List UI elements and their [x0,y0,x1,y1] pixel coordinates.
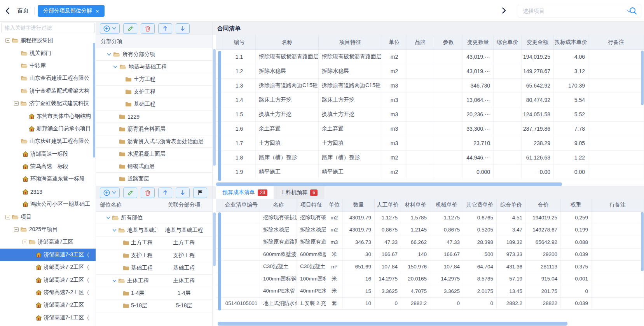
table-row[interactable]: 挖除现有破损沥青路面层挖除现有破损沥青路面层m243019.791.12751.… [216,212,644,224]
division-tree-row[interactable]: 基础工程 [96,98,212,110]
sidebar-item[interactable]: 荣乌高速一标段 [0,160,96,173]
expander-icon[interactable] [5,38,10,43]
sidebar-item[interactable]: 济邹高速7-2工区（ [0,273,96,286]
move-down-button[interactable] [176,23,190,34]
parts-scrollbar[interactable] [213,212,216,266]
division-tree-row[interactable]: 水泥混凝土面层 [96,148,212,160]
table-row[interactable]: 1.5换填土方开挖换填土方开挖m320,236.⋯124,051.585.52 [216,107,644,122]
sidebar-item[interactable]: 山东庆虹建筑工程有限公 [0,135,96,147]
tab-budget-cost-list[interactable]: 预算成本清单23 [216,186,274,199]
add-button[interactable] [100,23,120,34]
table-row[interactable]: 1.4路床土方开挖路床土方开挖m313,064.⋯80,474.925.54 [216,93,644,107]
budget-left-scrollbar[interactable] [218,212,221,310]
parts-row[interactable]: 5-18层5-18层 [96,300,212,312]
table-row[interactable]: 1.3拆除原有道路两边C15砼拆除原有道路两边C15砼m3346.73065,6… [216,79,644,93]
sidebar-item[interactable]: 2025年项目 [0,223,96,236]
sidebar-item[interactable]: 2313 [0,186,96,198]
sidebar-item[interactable]: 环渤海高速东营一标段 [0,173,96,185]
division-scrollbar[interactable] [213,49,216,166]
sidebar-item[interactable]: 济邹高速7工区 [0,236,96,248]
sidebar-item[interactable]: 济邹高速一标段 [0,148,96,160]
parts-row[interactable]: 主体工程主体工程 [96,275,212,287]
contract-vscrollbar[interactable] [641,51,644,105]
sidebar-item[interactable]: 鸿庆公司小区一期基础工 [0,198,96,210]
cell: 238.29 [522,136,554,150]
expander-icon[interactable] [14,227,19,232]
parts-row[interactable]: 地基与基础工程地基与基础工程 [96,224,212,237]
edit-button[interactable] [123,188,137,198]
column-header: 名称 [260,199,297,211]
sidebar-item[interactable]: 山东金石建设工程有限公 [0,72,96,84]
division-tree-row[interactable]: 所有分部分项 [96,48,212,61]
sidebar-item[interactable]: 济邹高速7-2工区（ [0,261,96,273]
division-tree-row[interactable]: 土方工程 [96,73,212,86]
table-row[interactable]: 100mm国标钢管100mm国标钢管米1614.297520.016514.29… [216,273,644,286]
tab-active[interactable]: 分部分项及部位分解 × [38,5,105,17]
delete-button[interactable] [141,188,155,198]
close-icon[interactable]: × [96,8,99,14]
tab-labor-material-budget[interactable]: 工料机预算6 [274,186,324,199]
expander-icon[interactable] [5,215,10,219]
division-tree-row[interactable]: 铺砌式面层 [96,160,212,173]
arrow-down-icon [180,190,185,195]
budget-vscrollbar[interactable] [641,212,644,271]
table-row[interactable]: 1.9精平施工精平施工m20.0000.000.00 [216,165,644,179]
edit-button[interactable] [123,23,137,34]
table-row[interactable]: 1.7土方回填土方回填m323.710238.299.05 [216,136,644,151]
sidebar-item[interactable]: 机关部门 [0,47,96,59]
sidebar-item[interactable]: 项目 [0,210,96,223]
sidebar-item[interactable]: 济邹高速7-1工区（ [0,312,96,324]
sidebar-item[interactable]: 济邹高速7-2工区 [0,299,96,311]
sidebar-item[interactable]: 济宁金桥装配式桥梁大构 [0,85,96,97]
division-tree-row[interactable]: 沥青混合料面层 [96,123,212,135]
sidebar-item[interactable]: 济邹高速7-3工区（ [0,249,96,261]
sidebar-item[interactable]: 中转库 [0,60,96,72]
back-icon[interactable] [5,7,10,14]
table-row[interactable]: C30混凝土C30混凝土m³651.69107.84150.976107.846… [216,261,644,273]
table-row[interactable]: 05140105001地上式消防水泵1.安装 2.充套1002882.20028… [216,298,644,310]
table-row[interactable]: 600mm双壁波纹管600mm双壁波纹管米30166.67140166.6750… [216,249,644,261]
move-up-button[interactable] [158,188,172,198]
division-tree-row[interactable]: 地基与基础工程 [96,61,212,73]
table-row[interactable]: 拆除原有道路两边C15砼拆除原有道路两边C15砼m3346.7347.3366.… [216,236,644,249]
table-row[interactable]: 40mmPE水管40mmPE水管米153.36254.70753.36252.0… [216,285,644,298]
sidebar-item[interactable]: 济邹高速7-2工区（ [0,286,96,299]
table-row[interactable]: 拆除水稳层拆除水稳层m243019.790.86751.21450.86750.… [216,224,644,237]
sidebar-item[interactable]: 鹏程控股集团 [0,34,96,47]
project-select[interactable] [518,4,641,18]
project-select-input[interactable] [523,8,627,14]
table-row[interactable]: 1.1挖除现有破损沥青路面层挖除现有破损沥青路面层m243,019.⋯194,0… [216,50,644,64]
budget-hscrollbar[interactable] [218,322,567,326]
home-link[interactable]: 首页 [17,7,29,14]
table-row[interactable]: 1.6余土弃置余土弃置m333,300.⋯287,719.867.78 [216,122,644,136]
contract-left-scrollbar[interactable] [218,51,221,181]
division-tree-row[interactable]: 道路面层 [96,173,212,185]
parts-row[interactable]: 基础工程基础工程 [96,262,212,275]
delete-button[interactable] [141,23,155,34]
sidebar-scrollbar[interactable] [93,43,95,158]
expander-icon[interactable] [14,101,19,106]
search-icon[interactable] [629,7,637,15]
move-up-button[interactable] [158,23,172,34]
contract-hscrollbar[interactable] [216,182,562,186]
parts-row[interactable]: 支护工程支护工程 [96,249,212,262]
sidebar-item[interactable]: 东营市奥体中心钢结构 [0,110,96,122]
sidebar-filter-input[interactable] [1,23,95,33]
division-tree-row[interactable]: 支护工程 [96,86,212,98]
division-tree-row[interactable]: 沥青贯入式与沥青表面处治面层 [96,135,212,148]
parts-row[interactable]: 土方工程土方工程 [96,237,212,249]
parts-row[interactable]: 所有部位 [96,212,212,224]
table-row[interactable]: 1.8路床（槽）整形路床（槽）整形m244,946.⋯61,126.631.22 [216,151,644,165]
sidebar-item[interactable]: 新邦涌金门总承包项目 [0,123,96,135]
division-tree-row[interactable]: 1229 [96,110,212,123]
sidebar-item[interactable]: 济邹高速7-1工区（ [0,324,96,326]
move-down-button[interactable] [176,188,190,198]
forward-icon[interactable] [502,7,506,14]
add-button[interactable] [100,188,120,198]
table-row[interactable]: 1.2拆除水稳层拆除水稳层m243,019.⋯149,278.673.12 [216,64,644,79]
parts-row[interactable]: 1-4层1-4层 [96,287,212,300]
pencil-icon [127,26,133,32]
expander-icon[interactable] [23,240,27,244]
sidebar-item[interactable]: 济宁金虹装配式建筑科技 [0,97,96,110]
flag-button[interactable] [193,188,207,198]
